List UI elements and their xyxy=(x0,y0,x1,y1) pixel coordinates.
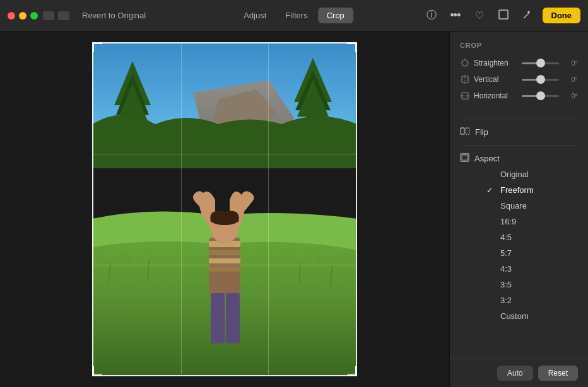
svg-rect-17 xyxy=(209,250,240,255)
view-toggle-2[interactable] xyxy=(58,11,69,20)
done-button[interactable]: Done xyxy=(543,8,581,23)
flip-label: Flip xyxy=(475,127,488,137)
straighten-row: Straighten 0° xyxy=(460,58,578,68)
aspect-original-label: Original xyxy=(500,170,529,179)
divider-1 xyxy=(460,118,578,119)
reset-button[interactable]: Reset xyxy=(538,366,578,381)
toolbar-right: ⓘ ••• ♡ Done xyxy=(423,7,581,25)
flip-icon xyxy=(460,127,470,137)
aspect-icon xyxy=(460,153,469,164)
crop-tool-button[interactable] xyxy=(495,7,512,25)
aspect-3x5-label: 3:5 xyxy=(500,280,512,289)
traffic-lights xyxy=(8,12,38,20)
aspect-item-16x9[interactable]: 16:9 xyxy=(460,214,578,229)
divider-2 xyxy=(460,145,578,146)
straighten-slider[interactable] xyxy=(522,62,559,64)
more-button[interactable]: ••• xyxy=(447,7,464,25)
aspect-freeform-label: Freeform xyxy=(500,185,534,195)
aspect-4x5-label: 4:5 xyxy=(500,233,512,242)
aspect-4x3-label: 4:3 xyxy=(500,264,512,274)
vertical-row: Vertical 0° xyxy=(460,74,578,84)
panel-footer: Auto Reset xyxy=(450,359,588,387)
svg-rect-20 xyxy=(211,293,225,344)
aspect-item-5x7[interactable]: 5:7 xyxy=(460,245,578,261)
side-panel: CROP Straighten 0° xyxy=(449,32,588,387)
aspect-title: Aspect xyxy=(474,154,500,163)
crop-icon xyxy=(498,9,509,22)
aspect-item-custom[interactable]: Custom xyxy=(460,308,578,324)
svg-rect-33 xyxy=(462,155,467,160)
straighten-label: Straighten xyxy=(474,59,518,67)
aspect-item-freeform[interactable]: ✓ Freeform xyxy=(460,182,578,198)
straighten-value: 0° xyxy=(563,59,578,67)
vertical-value: 0° xyxy=(563,76,578,83)
tab-adjust[interactable]: Adjust xyxy=(235,8,275,23)
favorites-button[interactable]: ♡ xyxy=(471,7,488,25)
aspect-item-3x5[interactable]: 3:5 xyxy=(460,277,578,292)
aspect-item-original[interactable]: Original xyxy=(460,166,578,182)
flip-row[interactable]: Flip xyxy=(450,123,588,141)
svg-rect-19 xyxy=(209,267,240,272)
vertical-slider[interactable] xyxy=(522,79,559,81)
aspect-item-3x2[interactable]: 3:2 xyxy=(460,292,578,308)
svg-rect-30 xyxy=(461,128,464,134)
straighten-icon xyxy=(460,58,470,68)
main-content: CROP Straighten 0° xyxy=(0,32,588,387)
svg-rect-26 xyxy=(462,76,468,83)
aspect-item-4x5[interactable]: 4:5 xyxy=(460,229,578,245)
more-icon: ••• xyxy=(450,9,461,22)
aspect-3x2-label: 3:2 xyxy=(500,296,512,305)
wand-icon xyxy=(522,9,532,22)
aspect-item-4x3[interactable]: 4:3 xyxy=(460,261,578,277)
panel-title: CROP xyxy=(460,39,578,49)
horizontal-row: Horizontal 0° xyxy=(460,91,578,101)
heart-icon: ♡ xyxy=(475,9,484,21)
svg-rect-18 xyxy=(209,258,240,263)
svg-rect-0 xyxy=(499,10,508,19)
view-toggle-1[interactable] xyxy=(43,11,54,20)
aspect-custom-label: Custom xyxy=(500,311,529,321)
horizontal-slider[interactable] xyxy=(522,95,559,97)
horizontal-icon xyxy=(460,91,470,101)
wand-button[interactable] xyxy=(519,7,536,25)
panel-header-section: CROP Straighten 0° xyxy=(450,32,588,115)
tab-filters[interactable]: Filters xyxy=(276,8,316,23)
vertical-label: Vertical xyxy=(474,75,518,84)
aspect-header[interactable]: Aspect xyxy=(460,153,578,164)
auto-button[interactable]: Auto xyxy=(497,366,533,381)
toolbar-tabs: Adjust Filters Crop xyxy=(235,8,353,23)
info-button[interactable]: ⓘ xyxy=(423,7,440,25)
vertical-icon xyxy=(460,74,470,84)
svg-point-24 xyxy=(462,60,468,66)
close-button[interactable] xyxy=(8,12,15,20)
fullscreen-button[interactable] xyxy=(30,12,38,20)
aspect-section: Aspect Original ✓ Freeform Square 16:9 xyxy=(450,149,588,324)
svg-rect-21 xyxy=(226,293,240,344)
horizontal-label: Horizontal xyxy=(474,91,518,100)
window-controls xyxy=(43,11,69,20)
svg-rect-28 xyxy=(462,93,468,99)
svg-line-1 xyxy=(524,13,529,18)
titlebar: Revert to Original Adjust Filters Crop ⓘ… xyxy=(0,0,588,32)
aspect-item-square[interactable]: Square xyxy=(460,198,578,214)
aspect-square-label: Square xyxy=(500,201,527,211)
aspect-5x7-label: 5:7 xyxy=(500,248,512,258)
tab-crop[interactable]: Crop xyxy=(318,8,353,23)
minimize-button[interactable] xyxy=(19,12,26,20)
photo-area[interactable] xyxy=(0,32,449,387)
aspect-16x9-label: 16:9 xyxy=(500,217,516,226)
info-icon: ⓘ xyxy=(426,9,437,22)
check-freeform: ✓ xyxy=(486,186,495,195)
horizontal-value: 0° xyxy=(563,92,578,100)
photo-container xyxy=(92,42,357,376)
photo-image xyxy=(92,42,357,376)
revert-button[interactable]: Revert to Original xyxy=(77,8,151,23)
svg-rect-31 xyxy=(466,128,469,134)
